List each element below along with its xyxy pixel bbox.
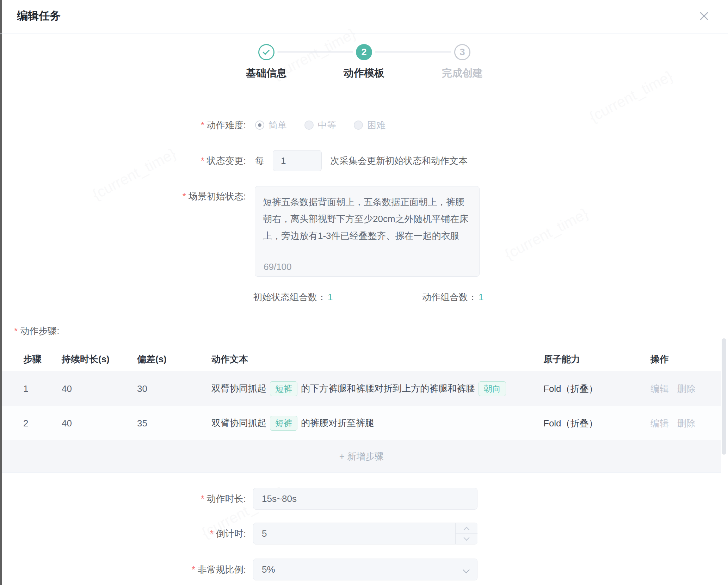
add-step-button[interactable]: + 新增步骤 bbox=[339, 450, 384, 462]
initial-combo-count: 初始状态组合数：1 bbox=[253, 292, 333, 302]
step-1-label: 基础信息 bbox=[221, 66, 312, 80]
radio-unchecked-icon bbox=[304, 121, 314, 130]
table-header-row: 步骤 持续时长(s) 偏差(s) 动作文本 原子能力 操作 bbox=[2, 347, 721, 371]
initial-combo-value: 1 bbox=[328, 292, 333, 302]
col-ops: 操作 bbox=[650, 353, 669, 365]
action-combo-count: 动作组合数：1 bbox=[422, 292, 483, 302]
col-action-text: 动作文本 bbox=[211, 353, 248, 365]
required-mark: * bbox=[201, 493, 204, 504]
number-spinner bbox=[455, 523, 477, 544]
spinner-up-button[interactable] bbox=[456, 523, 477, 534]
table-row: 2 40 35 双臂协同抓起 短裤 的裤腰对折至裤腿 Fold（折叠） 编辑 删… bbox=[2, 406, 721, 440]
row1-duration: 40 bbox=[62, 383, 72, 394]
scrollbar-thumb[interactable] bbox=[722, 338, 726, 455]
row2-duration: 40 bbox=[62, 418, 72, 429]
duration-input[interactable]: 15s~80s bbox=[253, 488, 477, 510]
action-combo-value: 1 bbox=[479, 292, 483, 302]
step-2-circle[interactable]: 2 bbox=[356, 44, 372, 60]
row2-ability: Fold（折叠） bbox=[543, 417, 598, 429]
duration-label: *动作时长: bbox=[70, 488, 246, 510]
initial-state-label: *场景初始状态: bbox=[70, 187, 246, 205]
header-divider bbox=[0, 33, 728, 33]
countdown-input[interactable]: 5 bbox=[253, 523, 477, 544]
difficulty-label: *动作难度: bbox=[70, 118, 246, 132]
required-mark: * bbox=[14, 326, 18, 336]
initial-state-text: 短裤五条数据背面朝上，五条数据正面朝上，裤腰朝右，离头部视野下方至少20cm之外… bbox=[263, 193, 471, 244]
action-steps-label: *动作步骤: bbox=[14, 325, 59, 337]
row1-ability: Fold（折叠） bbox=[543, 382, 598, 395]
col-step: 步骤 bbox=[23, 353, 42, 365]
difficulty-radio-group: 简单 中等 困难 bbox=[255, 118, 385, 132]
delete-link[interactable]: 删除 bbox=[677, 417, 696, 429]
table-row: 1 40 30 双臂协同抓起 短裤 的下方裤腿和裤腰对折到上方的裤腿和裤腰 朝向… bbox=[2, 371, 721, 406]
state-change-label: *状态变更: bbox=[70, 150, 246, 171]
col-duration: 持续时长(s) bbox=[62, 353, 110, 365]
step-connector bbox=[375, 51, 451, 53]
state-change-input[interactable]: 1 bbox=[273, 150, 322, 171]
col-deviation: 偏差(s) bbox=[137, 353, 167, 365]
row2-ops: 编辑 删除 bbox=[650, 417, 696, 429]
radio-easy[interactable]: 简单 bbox=[255, 119, 287, 131]
object-tag: 短裤 bbox=[270, 381, 297, 396]
col-ability: 原子能力 bbox=[543, 353, 580, 365]
step-2-label: 动作模板 bbox=[318, 66, 410, 80]
radio-unchecked-icon bbox=[354, 121, 363, 130]
step-2-number: 2 bbox=[361, 47, 366, 58]
radio-hard[interactable]: 困难 bbox=[354, 119, 385, 131]
radio-medium[interactable]: 中等 bbox=[304, 119, 336, 131]
unusual-ratio-label: *非常规比例: bbox=[70, 559, 246, 580]
edit-link[interactable]: 编辑 bbox=[650, 417, 669, 429]
edit-task-dialog: {current_time} {current_time} {current_t… bbox=[0, 0, 728, 585]
char-counter: 69/100 bbox=[264, 262, 292, 271]
step-3-circle[interactable]: 3 bbox=[454, 44, 470, 60]
select-arrow-icon bbox=[463, 566, 470, 573]
unusual-ratio-value: 5% bbox=[262, 564, 275, 575]
required-mark: * bbox=[210, 528, 214, 539]
watermark: {current_time} bbox=[502, 205, 591, 263]
step-3-number: 3 bbox=[459, 47, 465, 58]
row2-deviation: 35 bbox=[137, 418, 147, 429]
initial-state-textarea[interactable]: 短裤五条数据背面朝上，五条数据正面朝上，裤腰朝右，离头部视野下方至少20cm之外… bbox=[255, 186, 480, 277]
required-mark: * bbox=[183, 191, 186, 202]
radio-checked-icon bbox=[255, 121, 264, 130]
watermark: {current_time} bbox=[586, 67, 675, 125]
dialog-title: 编辑任务 bbox=[17, 8, 61, 23]
required-mark: * bbox=[192, 564, 195, 575]
chevron-down-icon bbox=[464, 535, 470, 541]
delete-link[interactable]: 删除 bbox=[677, 382, 696, 395]
step-3-label: 完成创建 bbox=[417, 66, 508, 80]
step-1-circle[interactable] bbox=[258, 44, 274, 60]
row1-ops: 编辑 删除 bbox=[650, 382, 696, 395]
state-change-suffix: 次采集会更新初始状态和动作文本 bbox=[330, 155, 468, 167]
state-change-prefix: 每 bbox=[255, 155, 264, 167]
radio-hard-label: 困难 bbox=[367, 119, 385, 131]
orientation-tag: 朝向 bbox=[479, 381, 506, 396]
radio-medium-label: 中等 bbox=[318, 119, 336, 131]
row1-step: 1 bbox=[23, 383, 28, 394]
object-tag: 短裤 bbox=[270, 416, 297, 431]
radio-easy-label: 简单 bbox=[269, 119, 287, 131]
chevron-up-icon bbox=[464, 526, 470, 532]
unusual-ratio-select[interactable]: 5% bbox=[253, 559, 477, 580]
row1-action-text: 双臂协同抓起 短裤 的下方裤腿和裤腰对折到上方的裤腿和裤腰 朝向 bbox=[211, 381, 506, 396]
spinner-down-button[interactable] bbox=[456, 534, 477, 544]
add-step-row: + 新增步骤 bbox=[2, 440, 721, 473]
required-mark: * bbox=[201, 155, 204, 166]
state-change-row: 每 1 次采集会更新初始状态和动作文本 bbox=[255, 150, 468, 171]
edit-link[interactable]: 编辑 bbox=[650, 382, 669, 395]
countdown-value: 5 bbox=[262, 528, 267, 539]
countdown-label: *倒计时: bbox=[70, 523, 246, 544]
step-connector bbox=[277, 51, 353, 53]
page-edge-strip bbox=[0, 0, 2, 585]
row2-step: 2 bbox=[23, 418, 28, 429]
row2-action-text: 双臂协同抓起 短裤 的裤腰对折至裤腿 bbox=[211, 416, 374, 431]
check-icon bbox=[263, 48, 270, 55]
close-icon[interactable] bbox=[697, 9, 711, 23]
row1-deviation: 30 bbox=[137, 383, 147, 394]
required-mark: * bbox=[201, 120, 204, 130]
